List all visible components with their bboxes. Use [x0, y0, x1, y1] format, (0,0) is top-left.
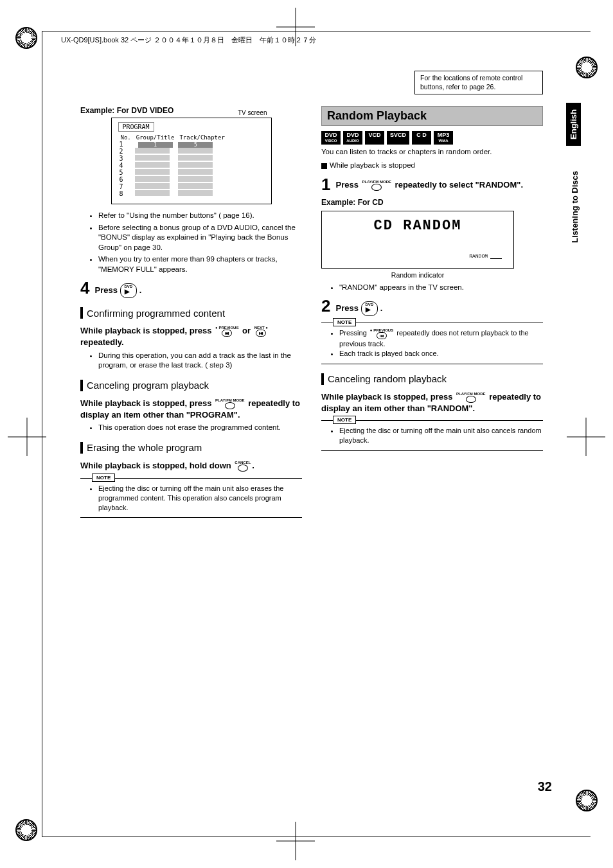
- step-number: 1: [321, 176, 330, 193]
- cancel-button-icon: CANCEL: [235, 461, 251, 472]
- pointer-line: [490, 258, 502, 259]
- instruction: While playback is stopped, press PLAY/FM…: [321, 391, 543, 414]
- example-heading: Example: For DVD VIDEO: [80, 106, 302, 115]
- table-row: 8: [118, 190, 227, 197]
- note-box: NOTE Pressing ● PREVIOUS⏮ repeatedly doe…: [321, 323, 543, 364]
- note-item: Ejecting the disc or turning off the mai…: [98, 484, 301, 513]
- crop-cross-icon: [276, 822, 315, 860]
- book-header: UX-QD9[US].book 32 ページ ２００４年１０月８日 金曜日 午前…: [61, 35, 316, 45]
- step-number: 4: [80, 279, 89, 296]
- subheading-cancel-random: Canceling random playback: [321, 373, 543, 385]
- section-tab: Listening to Discs: [569, 167, 581, 247]
- list-item: When you try to enter more than 99 chapt…: [98, 254, 302, 274]
- step-4: 4 Press DVD▶ .: [80, 279, 302, 298]
- previous-button-icon: ● PREVIOUS⏮: [215, 326, 238, 337]
- table-row: 3: [118, 155, 227, 162]
- play-mode-button-icon: PLAY/FM MODE: [456, 392, 485, 403]
- disc-badge-row: DVDVIDEO DVDAUDIO VCD SVCD C D MP3WMA: [321, 131, 543, 144]
- crop-cross-icon: [8, 418, 46, 456]
- registration-mark-icon: [576, 57, 598, 78]
- frame-line: [42, 837, 591, 837]
- program-title: PROGRAM: [118, 122, 154, 132]
- registration-mark-icon: [15, 819, 37, 841]
- frame-line: [42, 31, 42, 837]
- page-number: 32: [538, 779, 552, 794]
- col-no: No.: [118, 134, 134, 141]
- lcd-text: CD RANDOM: [322, 211, 513, 234]
- step-2: 2 Press DVD▶ .: [321, 297, 543, 316]
- disc-badge: VCD: [365, 131, 384, 144]
- left-column: Example: For DVD VIDEO TV screen PROGRAM…: [80, 106, 302, 524]
- list-item: "RANDOM" appears in the TV screen.: [339, 283, 543, 293]
- note-box: NOTE Ejecting the disc or turning off th…: [321, 420, 543, 451]
- notes-list: Refer to "Using the number buttons" ( pa…: [80, 211, 302, 274]
- step-number: 2: [321, 297, 330, 314]
- list-item: During this operation, you can add a tra…: [98, 351, 302, 371]
- instruction: While playback is stopped, press ● PREVI…: [80, 325, 302, 348]
- table-row: 5: [118, 169, 227, 176]
- col-group-title: Group/Title: [134, 134, 177, 141]
- disc-badge: DVDVIDEO: [321, 131, 341, 144]
- step-text: repeatedly to select "RANDOM".: [395, 180, 523, 190]
- dvd-play-button-icon: DVD▶: [120, 283, 138, 298]
- step-text: Press: [335, 303, 360, 313]
- table-row: 7: [118, 183, 227, 190]
- disc-badge: MP3WMA: [434, 131, 453, 144]
- step-text: Press: [335, 180, 360, 190]
- disc-badge: SVCD: [387, 131, 409, 144]
- note-label: NOTE: [333, 416, 356, 424]
- subheading-erase: Erasing the whole program: [80, 442, 302, 454]
- header-rule: [42, 31, 591, 31]
- table-row: 4: [118, 162, 227, 169]
- square-bullet-icon: [321, 163, 327, 169]
- note-item: Pressing ● PREVIOUS⏮ repeatedly does not…: [339, 328, 542, 349]
- crop-cross-icon: [567, 418, 605, 456]
- page-content: For the locations of remote control butt…: [80, 71, 543, 524]
- table-row: 115: [118, 141, 227, 148]
- instruction: While playback is stopped, hold down CAN…: [80, 460, 302, 472]
- tv-screen-label: TV screen: [238, 109, 267, 116]
- list-item: Before selecting a bonus group of a DVD …: [98, 223, 302, 253]
- tv-screen-diagram: TV screen PROGRAM No. Group/Title Track/…: [111, 118, 272, 204]
- registration-mark-icon: [576, 790, 598, 811]
- note-item: Each track is played back once.: [339, 349, 542, 359]
- registration-mark-icon: [15, 27, 37, 49]
- list-item: This operation does not erase the progra…: [98, 423, 302, 433]
- step-text: Press: [94, 285, 120, 295]
- precondition: While playback is stopped: [321, 161, 543, 171]
- list-item: Refer to "Using the number buttons" ( pa…: [98, 211, 302, 221]
- right-column: Random Playback DVDVIDEO DVDAUDIO VCD SV…: [321, 106, 543, 524]
- previous-button-icon: ● PREVIOUS⏮: [370, 328, 393, 339]
- intro-text: You can listen to tracks or chapters in …: [321, 147, 543, 157]
- random-indicator-caption: Random indicator: [321, 271, 514, 279]
- play-mode-button-icon: PLAY/FM MODE: [362, 180, 391, 191]
- disc-badge: DVDAUDIO: [343, 131, 362, 144]
- step-text: .: [380, 303, 383, 313]
- note-label: NOTE: [92, 474, 115, 482]
- note-label: NOTE: [333, 318, 356, 326]
- dvd-play-button-icon: DVD▶: [361, 301, 378, 316]
- random-indicator-tag: RANDOM: [469, 253, 488, 259]
- lcd-display: CD RANDOM RANDOM: [321, 211, 514, 269]
- program-table: No. Group/Title Track/Chapter 115 2 3 4 …: [118, 134, 227, 197]
- reference-box: For the locations of remote control butt…: [414, 71, 543, 94]
- section-heading: Random Playback: [321, 106, 543, 126]
- note-box: NOTE Ejecting the disc or turning off th…: [80, 478, 302, 518]
- step-text: .: [139, 285, 142, 295]
- play-mode-button-icon: PLAY/FM MODE: [215, 398, 244, 409]
- example-heading: Example: For CD: [321, 198, 543, 207]
- language-tab: English: [566, 103, 581, 146]
- step-1: 1 Press PLAY/FM MODE repeatedly to selec…: [321, 176, 543, 193]
- col-track-chapter: Track/Chapter: [177, 134, 227, 141]
- disc-badge: C D: [412, 131, 431, 144]
- note-item: Ejecting the disc or turning off the mai…: [339, 426, 542, 445]
- table-row: 6: [118, 176, 227, 183]
- next-button-icon: NEXT ●⏭: [254, 326, 268, 337]
- subheading-confirm: Confirming programmed content: [80, 307, 302, 319]
- instruction: While playback is stopped, press PLAY/FM…: [80, 398, 302, 421]
- table-row: 2: [118, 148, 227, 155]
- subheading-cancel: Canceling program playback: [80, 380, 302, 391]
